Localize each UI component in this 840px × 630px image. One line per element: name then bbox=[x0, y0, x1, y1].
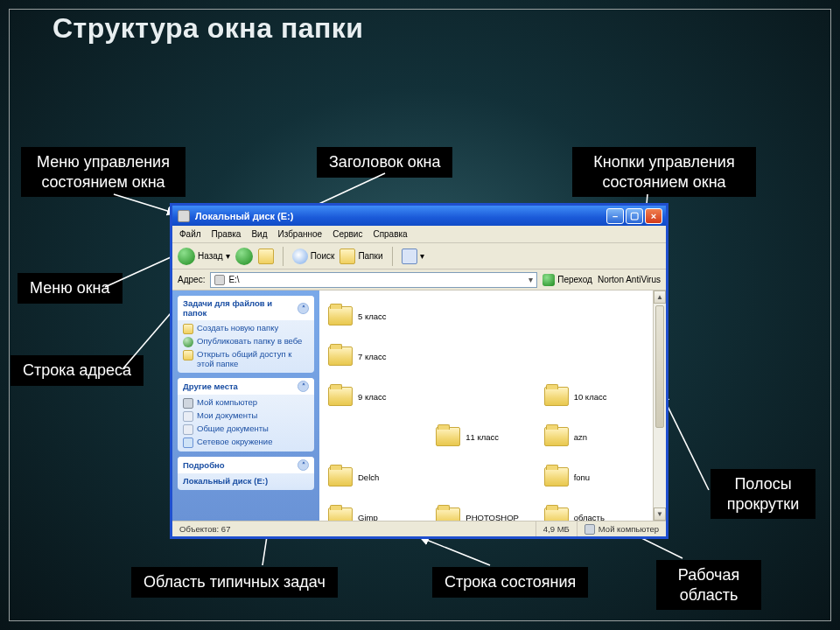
details-panel-title: Подробно bbox=[183, 460, 225, 470]
places-panel: Другие места˄ Мой компьютер Мои документ… bbox=[178, 378, 314, 452]
slide-title: Структура окна папки bbox=[52, 12, 364, 45]
search-button[interactable]: Поиск bbox=[292, 248, 335, 264]
folder-item[interactable] bbox=[436, 338, 540, 374]
task-share[interactable]: Открыть общий доступ к этой папке bbox=[183, 350, 309, 369]
scroll-thumb[interactable] bbox=[655, 305, 664, 428]
computer-icon bbox=[584, 524, 595, 535]
folder-icon bbox=[328, 306, 353, 326]
collapse-icon[interactable]: ˄ bbox=[298, 303, 309, 314]
norton-link[interactable]: Norton AntiVirus bbox=[598, 275, 661, 284]
views-button[interactable]: ▾ bbox=[402, 248, 424, 264]
tasks-panel: Задачи для файлов и папок˄ Создать новую… bbox=[178, 296, 314, 373]
menu-tools[interactable]: Сервис bbox=[332, 229, 362, 239]
callout-tasks-area: Область типичных задач bbox=[131, 567, 338, 598]
window-control-buttons: – ▢ × bbox=[606, 208, 662, 224]
collapse-icon[interactable]: ˄ bbox=[298, 381, 309, 392]
menu-fav[interactable]: Избранное bbox=[277, 229, 322, 239]
svg-line-9 bbox=[420, 537, 490, 565]
explorer-window: Локальный диск (E:) – ▢ × Файл Правка Ви… bbox=[170, 203, 668, 539]
folder-label: 11 класс bbox=[466, 432, 499, 442]
folder-content-area[interactable]: 5 класс7 класс9 класс10 класс11 классazn… bbox=[319, 290, 666, 521]
views-icon bbox=[402, 248, 417, 264]
menu-file[interactable]: Файл bbox=[179, 229, 201, 239]
up-button[interactable] bbox=[258, 248, 274, 264]
folder-item[interactable]: fonu bbox=[544, 458, 648, 495]
folder-label: Delch bbox=[358, 472, 379, 482]
toolbar: Назад ▾ Поиск Папки ▾ bbox=[172, 243, 666, 270]
folder-icon bbox=[544, 387, 569, 406]
menu-help[interactable]: Справка bbox=[373, 229, 407, 239]
task-publish[interactable]: Опубликовать папку в вебе bbox=[183, 337, 309, 347]
forward-button[interactable] bbox=[235, 248, 253, 265]
callout-title: Заголовок окна bbox=[317, 147, 452, 178]
vertical-scrollbar[interactable]: ▲ ▼ bbox=[653, 290, 666, 521]
folder-icon bbox=[544, 427, 569, 446]
folder-item[interactable]: azn bbox=[544, 418, 648, 455]
folder-item[interactable]: 9 класс bbox=[328, 378, 432, 415]
folder-label: область bbox=[574, 513, 605, 522]
address-input[interactable]: E:\ ▾ bbox=[210, 272, 537, 288]
address-value: E:\ bbox=[228, 275, 239, 284]
task-new-folder[interactable]: Создать новую папку bbox=[183, 324, 309, 334]
window-body: Задачи для файлов и папок˄ Создать новую… bbox=[172, 290, 666, 521]
drive-icon bbox=[178, 210, 190, 222]
folders-button[interactable]: Папки bbox=[340, 248, 382, 264]
folder-icon bbox=[436, 508, 460, 521]
status-size: 4,9 МБ bbox=[536, 522, 578, 536]
folder-label: 5 класс bbox=[358, 312, 387, 321]
folder-label: 7 класс bbox=[358, 352, 387, 361]
folder-item[interactable]: 5 класс bbox=[328, 298, 432, 334]
place-network[interactable]: Сетевое окружение bbox=[183, 438, 309, 448]
menu-edit[interactable]: Правка bbox=[212, 229, 242, 239]
folder-item[interactable] bbox=[544, 338, 648, 374]
scroll-down-button[interactable]: ▼ bbox=[654, 508, 666, 521]
folder-item[interactable]: Delch bbox=[328, 458, 432, 495]
documents-icon bbox=[183, 411, 193, 422]
callout-menu-bar: Меню окна bbox=[18, 273, 122, 304]
folder-item[interactable]: область bbox=[544, 499, 648, 521]
close-button[interactable]: × bbox=[645, 208, 662, 224]
computer-icon bbox=[183, 398, 193, 409]
folder-item[interactable]: 7 класс bbox=[328, 338, 432, 374]
folder-icon bbox=[328, 346, 353, 366]
globe-icon bbox=[183, 337, 193, 347]
go-button[interactable]: Переход bbox=[542, 274, 592, 286]
forward-icon bbox=[235, 248, 253, 265]
status-location: Мой компьютер bbox=[578, 522, 666, 536]
maximize-button[interactable]: ▢ bbox=[626, 208, 643, 224]
svg-line-0 bbox=[114, 194, 176, 214]
folder-icon bbox=[436, 427, 460, 446]
titlebar[interactable]: Локальный диск (E:) – ▢ × bbox=[172, 203, 666, 226]
folder-icon bbox=[183, 324, 193, 334]
search-icon bbox=[292, 248, 308, 264]
place-my-docs[interactable]: Мои документы bbox=[183, 411, 309, 422]
chevron-down-icon[interactable]: ▾ bbox=[528, 275, 533, 284]
up-icon bbox=[258, 248, 274, 264]
folder-item[interactable]: 10 класс bbox=[544, 378, 648, 415]
folder-icon bbox=[328, 387, 353, 406]
folder-icon bbox=[544, 467, 569, 486]
minimize-button[interactable]: – bbox=[606, 208, 624, 224]
collapse-icon[interactable]: ˄ bbox=[298, 459, 309, 471]
folder-item[interactable] bbox=[436, 298, 540, 334]
back-button[interactable]: Назад ▾ bbox=[178, 248, 230, 265]
folder-item[interactable] bbox=[328, 418, 432, 455]
folder-item[interactable]: Gimp bbox=[328, 499, 432, 521]
folder-label: fonu bbox=[574, 472, 591, 482]
folder-item[interactable] bbox=[436, 378, 540, 415]
callout-window-controls: Кнопки управления состоянием окна bbox=[572, 147, 756, 197]
folder-item[interactable] bbox=[436, 458, 540, 495]
folder-item[interactable]: 11 класс bbox=[436, 418, 540, 455]
folders-icon bbox=[340, 248, 355, 264]
menu-view[interactable]: Вид bbox=[251, 229, 267, 239]
callout-work-area: Рабочая область bbox=[656, 560, 761, 610]
folder-item[interactable] bbox=[544, 298, 648, 334]
callout-scrollbars: Полосы прокрутки bbox=[710, 469, 816, 519]
folder-item[interactable]: PHOTOSHOP bbox=[436, 499, 540, 521]
callout-system-menu: Меню управления состоянием окна bbox=[21, 147, 186, 197]
folder-icon bbox=[328, 467, 353, 486]
place-shared-docs[interactable]: Общие документы bbox=[183, 424, 309, 435]
place-my-computer[interactable]: Мой компьютер bbox=[183, 398, 309, 409]
scroll-up-button[interactable]: ▲ bbox=[654, 290, 666, 304]
callout-status-bar: Строка состояния bbox=[432, 567, 588, 598]
